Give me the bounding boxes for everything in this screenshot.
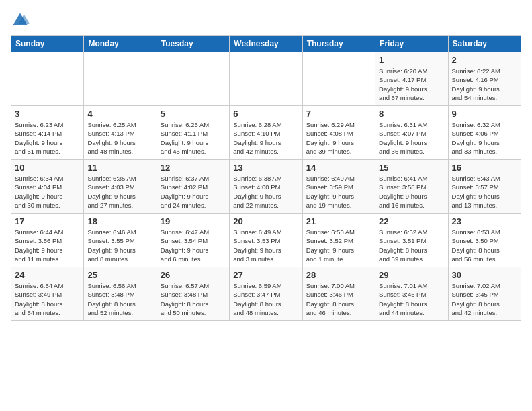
day-info: Sunrise: 6:23 AM Sunset: 4:14 PM Dayligh… (15, 120, 80, 156)
logo (11, 11, 32, 30)
day-info: Sunrise: 6:53 AM Sunset: 3:50 PM Dayligh… (452, 228, 517, 263)
header-wednesday: Wednesday (230, 36, 302, 52)
week-row-3: 17Sunrise: 6:44 AM Sunset: 3:56 PM Dayli… (11, 214, 521, 267)
day-info: Sunrise: 7:00 AM Sunset: 3:46 PM Dayligh… (306, 281, 371, 317)
day-info: Sunrise: 6:44 AM Sunset: 3:56 PM Dayligh… (15, 228, 80, 263)
header-tuesday: Tuesday (157, 36, 229, 52)
day-info: Sunrise: 6:35 AM Sunset: 4:03 PM Dayligh… (87, 174, 152, 210)
logo-icon (11, 11, 30, 30)
day-cell: 18Sunrise: 6:46 AM Sunset: 3:55 PM Dayli… (84, 214, 157, 267)
header-friday: Friday (375, 36, 448, 52)
day-number: 2 (452, 55, 517, 65)
day-cell: 8Sunrise: 6:31 AM Sunset: 4:07 PM Daylig… (375, 106, 448, 160)
day-number: 26 (161, 270, 226, 280)
day-number: 24 (15, 270, 80, 280)
day-info: Sunrise: 6:38 AM Sunset: 4:00 PM Dayligh… (233, 174, 298, 210)
day-number: 25 (87, 270, 152, 280)
day-cell: 12Sunrise: 6:37 AM Sunset: 4:02 PM Dayli… (157, 160, 229, 214)
day-cell: 4Sunrise: 6:25 AM Sunset: 4:13 PM Daylig… (84, 106, 157, 160)
day-number: 20 (233, 216, 298, 226)
day-cell: 11Sunrise: 6:35 AM Sunset: 4:03 PM Dayli… (84, 160, 157, 214)
day-number: 7 (306, 109, 371, 119)
day-number: 16 (452, 163, 517, 173)
day-cell: 3Sunrise: 6:23 AM Sunset: 4:14 PM Daylig… (11, 106, 84, 160)
day-number: 28 (306, 270, 371, 280)
day-cell: 23Sunrise: 6:53 AM Sunset: 3:50 PM Dayli… (448, 214, 521, 267)
header-thursday: Thursday (302, 36, 375, 52)
day-number: 23 (452, 216, 517, 226)
day-number: 14 (306, 163, 371, 173)
header-sunday: Sunday (11, 36, 84, 52)
day-cell (157, 52, 229, 106)
header-monday: Monday (84, 36, 157, 52)
day-cell: 19Sunrise: 6:47 AM Sunset: 3:54 PM Dayli… (157, 214, 229, 267)
day-info: Sunrise: 6:52 AM Sunset: 3:51 PM Dayligh… (379, 228, 444, 263)
day-info: Sunrise: 6:59 AM Sunset: 3:47 PM Dayligh… (233, 281, 298, 317)
day-number: 18 (87, 216, 152, 226)
day-number: 5 (161, 109, 226, 119)
day-info: Sunrise: 6:26 AM Sunset: 4:11 PM Dayligh… (161, 120, 226, 156)
day-number: 19 (161, 216, 226, 226)
calendar-header: SundayMondayTuesdayWednesdayThursdayFrid… (11, 36, 521, 52)
day-number: 13 (233, 163, 298, 173)
day-number: 22 (379, 216, 444, 226)
day-cell (84, 52, 157, 106)
calendar-table: SundayMondayTuesdayWednesdayThursdayFrid… (11, 35, 521, 321)
day-cell: 6Sunrise: 6:28 AM Sunset: 4:10 PM Daylig… (230, 106, 302, 160)
day-number: 17 (15, 216, 80, 226)
day-cell: 5Sunrise: 6:26 AM Sunset: 4:11 PM Daylig… (157, 106, 229, 160)
day-number: 4 (87, 109, 152, 119)
calendar-body: 1Sunrise: 6:20 AM Sunset: 4:17 PM Daylig… (11, 52, 521, 321)
day-number: 21 (306, 216, 371, 226)
day-info: Sunrise: 6:41 AM Sunset: 3:58 PM Dayligh… (379, 174, 444, 210)
day-cell: 25Sunrise: 6:56 AM Sunset: 3:48 PM Dayli… (84, 267, 157, 321)
day-cell: 22Sunrise: 6:52 AM Sunset: 3:51 PM Dayli… (375, 214, 448, 267)
day-info: Sunrise: 6:37 AM Sunset: 4:02 PM Dayligh… (161, 174, 226, 210)
page-header (11, 11, 521, 30)
day-info: Sunrise: 6:50 AM Sunset: 3:52 PM Dayligh… (306, 228, 371, 263)
week-row-0: 1Sunrise: 6:20 AM Sunset: 4:17 PM Daylig… (11, 52, 521, 106)
day-info: Sunrise: 6:56 AM Sunset: 3:48 PM Dayligh… (87, 281, 152, 317)
day-number: 3 (15, 109, 80, 119)
day-number: 27 (233, 270, 298, 280)
day-number: 10 (15, 163, 80, 173)
day-cell: 10Sunrise: 6:34 AM Sunset: 4:04 PM Dayli… (11, 160, 84, 214)
day-number: 11 (87, 163, 152, 173)
header-row: SundayMondayTuesdayWednesdayThursdayFrid… (11, 36, 521, 52)
day-info: Sunrise: 6:32 AM Sunset: 4:06 PM Dayligh… (452, 120, 517, 156)
day-cell: 14Sunrise: 6:40 AM Sunset: 3:59 PM Dayli… (302, 160, 375, 214)
day-number: 1 (379, 55, 444, 65)
header-saturday: Saturday (448, 36, 521, 52)
day-cell (11, 52, 84, 106)
day-cell: 9Sunrise: 6:32 AM Sunset: 4:06 PM Daylig… (448, 106, 521, 160)
day-cell (230, 52, 302, 106)
day-number: 29 (379, 270, 444, 280)
day-cell (302, 52, 375, 106)
day-cell: 27Sunrise: 6:59 AM Sunset: 3:47 PM Dayli… (230, 267, 302, 321)
week-row-2: 10Sunrise: 6:34 AM Sunset: 4:04 PM Dayli… (11, 160, 521, 214)
day-number: 8 (379, 109, 444, 119)
day-cell: 21Sunrise: 6:50 AM Sunset: 3:52 PM Dayli… (302, 214, 375, 267)
day-cell: 20Sunrise: 6:49 AM Sunset: 3:53 PM Dayli… (230, 214, 302, 267)
day-cell: 16Sunrise: 6:43 AM Sunset: 3:57 PM Dayli… (448, 160, 521, 214)
day-number: 9 (452, 109, 517, 119)
day-cell: 30Sunrise: 7:02 AM Sunset: 3:45 PM Dayli… (448, 267, 521, 321)
day-info: Sunrise: 6:49 AM Sunset: 3:53 PM Dayligh… (233, 228, 298, 263)
day-info: Sunrise: 7:02 AM Sunset: 3:45 PM Dayligh… (452, 281, 517, 317)
day-cell: 1Sunrise: 6:20 AM Sunset: 4:17 PM Daylig… (375, 52, 448, 106)
day-cell: 2Sunrise: 6:22 AM Sunset: 4:16 PM Daylig… (448, 52, 521, 106)
day-number: 12 (161, 163, 226, 173)
day-info: Sunrise: 6:54 AM Sunset: 3:49 PM Dayligh… (15, 281, 80, 317)
day-info: Sunrise: 7:01 AM Sunset: 3:46 PM Dayligh… (379, 281, 444, 317)
day-info: Sunrise: 6:20 AM Sunset: 4:17 PM Dayligh… (379, 66, 444, 102)
day-info: Sunrise: 6:47 AM Sunset: 3:54 PM Dayligh… (161, 228, 226, 263)
day-number: 6 (233, 109, 298, 119)
day-info: Sunrise: 6:34 AM Sunset: 4:04 PM Dayligh… (15, 174, 80, 210)
day-info: Sunrise: 6:31 AM Sunset: 4:07 PM Dayligh… (379, 120, 444, 156)
day-cell: 29Sunrise: 7:01 AM Sunset: 3:46 PM Dayli… (375, 267, 448, 321)
day-info: Sunrise: 6:22 AM Sunset: 4:16 PM Dayligh… (452, 66, 517, 102)
day-info: Sunrise: 6:40 AM Sunset: 3:59 PM Dayligh… (306, 174, 371, 210)
day-cell: 28Sunrise: 7:00 AM Sunset: 3:46 PM Dayli… (302, 267, 375, 321)
day-cell: 26Sunrise: 6:57 AM Sunset: 3:48 PM Dayli… (157, 267, 229, 321)
day-cell: 24Sunrise: 6:54 AM Sunset: 3:49 PM Dayli… (11, 267, 84, 321)
